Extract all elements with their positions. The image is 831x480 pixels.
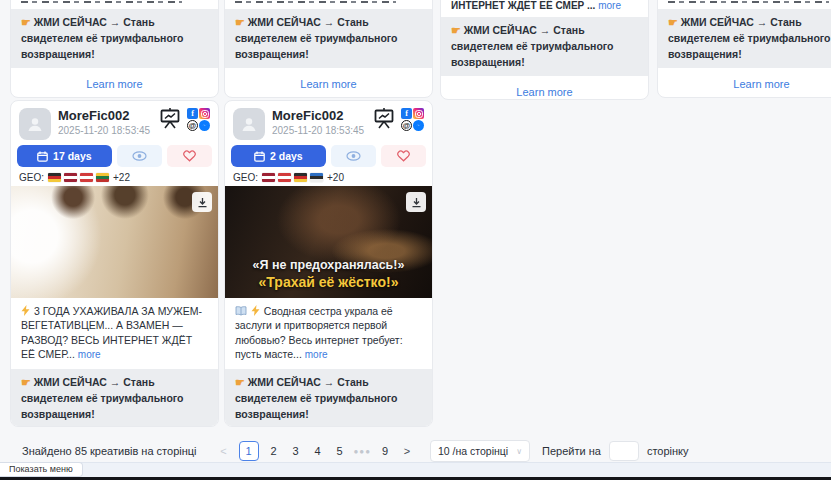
lightning-icon bbox=[21, 305, 30, 316]
clipped-text-remnant bbox=[235, 0, 422, 3]
clipped-text-remnant bbox=[21, 0, 208, 3]
ad-card-2: MoreFic002 2025-11-20 18:53:45 f @ 2 day… bbox=[224, 100, 433, 427]
pagination-bar: Знайдено 85 креативів на сторінці < 1 2 … bbox=[22, 440, 689, 462]
facebook-icon[interactable]: f bbox=[187, 108, 198, 119]
cta-text: ЖМИ СЕЙЧАС → Стань свидетелем её триумфа… bbox=[235, 16, 398, 60]
goto-page-input[interactable] bbox=[609, 441, 639, 461]
days-label: 2 days bbox=[270, 150, 303, 162]
page-button-last[interactable]: 9 bbox=[377, 445, 393, 457]
pointing-hand-icon: ☛ bbox=[235, 376, 245, 388]
cta-banner: ☛ ЖМИ СЕЙЧАС → Стань свидетелем её триум… bbox=[658, 9, 831, 68]
page-button-2[interactable]: 2 bbox=[266, 445, 282, 457]
per-page-select[interactable]: 10 /на сторінці∨ bbox=[430, 440, 530, 462]
cta-banner: ☛ ЖМИ СЕЙЧАС → Стань свидетелем её триум… bbox=[441, 17, 648, 76]
book-icon bbox=[235, 306, 247, 316]
geo-more-count: +20 bbox=[327, 172, 344, 183]
geo-label: GEO: bbox=[233, 172, 258, 183]
country-flag bbox=[96, 173, 109, 182]
country-flag bbox=[294, 173, 307, 182]
next-page-button[interactable]: > bbox=[399, 445, 415, 457]
favorite-button[interactable] bbox=[167, 145, 212, 167]
geo-flags bbox=[262, 173, 323, 182]
threads-icon[interactable]: @ bbox=[401, 120, 412, 131]
creative-overlay-text: «Я не предохранялась!» «Трахай её жёстко… bbox=[225, 258, 432, 290]
avatar bbox=[233, 108, 265, 140]
page-button-1[interactable]: 1 bbox=[239, 441, 259, 461]
pointing-hand-icon: ☛ bbox=[451, 24, 461, 36]
creative-image[interactable] bbox=[11, 186, 218, 298]
geo-label: GEO: bbox=[19, 172, 44, 183]
ad-card-1: MoreFic002 2025-11-20 18:53:45 f @ 17 da… bbox=[10, 100, 219, 427]
views-button[interactable] bbox=[117, 145, 162, 167]
heart-icon bbox=[397, 150, 410, 162]
ad-description-clipped: ИНТЕРНЕТ ЖДЁТ ЕЁ СМЕР ... more bbox=[451, 0, 638, 11]
heart-icon bbox=[183, 150, 196, 162]
learn-more-link[interactable]: Learn more bbox=[516, 86, 572, 98]
presentation-chart-icon[interactable] bbox=[373, 108, 395, 129]
chevron-down-icon: ∨ bbox=[516, 447, 522, 456]
days-active-button[interactable]: 17 days bbox=[17, 145, 112, 167]
cta-text: ЖМИ СЕЙЧАС → Стань свидетелем её триумфа… bbox=[451, 24, 614, 68]
lightning-icon bbox=[251, 305, 260, 316]
days-active-button[interactable]: 2 days bbox=[231, 145, 326, 167]
messenger-icon[interactable] bbox=[413, 120, 424, 131]
more-link[interactable]: more bbox=[598, 0, 621, 11]
clipped-text-remnant bbox=[668, 0, 831, 3]
show-menu-button[interactable]: Показать меню bbox=[0, 462, 83, 477]
country-flag bbox=[48, 173, 61, 182]
avatar bbox=[19, 108, 51, 140]
pointing-hand-icon: ☛ bbox=[21, 16, 31, 28]
cta-banner: ☛ ЖМИ СЕЙЧАС → Стань свидетелем её триум… bbox=[225, 9, 432, 68]
cta-text: ЖМИ СЕЙЧАС → Стань свидетелем её триумфа… bbox=[21, 16, 184, 60]
footer-strip bbox=[0, 462, 831, 477]
cta-banner: ☛ ЖМИ СЕЙЧАС → Стань свидетелем её триум… bbox=[11, 369, 218, 427]
learn-more-link[interactable]: Learn more bbox=[733, 78, 789, 90]
timestamp: 2025-11-20 18:53:45 bbox=[58, 125, 150, 136]
cta-banner: ☛ ЖМИ СЕЙЧАС → Стань свидетелем её триум… bbox=[225, 369, 432, 427]
cta-banner: ☛ ЖМИ СЕЙЧАС → Стань свидетелем её триум… bbox=[11, 9, 218, 68]
days-label: 17 days bbox=[53, 150, 92, 162]
ad-description: Сводная сестра украла её заслуги и притв… bbox=[225, 298, 432, 366]
more-link[interactable]: more bbox=[305, 349, 328, 360]
ad-card-partial-4: ☛ ЖМИ СЕЙЧАС → Стань свидетелем её триум… bbox=[657, 0, 831, 98]
download-image-button[interactable] bbox=[406, 192, 426, 212]
country-flag bbox=[80, 173, 93, 182]
goto-page-label: Перейти на bbox=[542, 445, 601, 457]
instagram-icon[interactable] bbox=[199, 108, 210, 119]
ad-card-partial-3: ИНТЕРНЕТ ЖДЁТ ЕЁ СМЕР ... more ☛ ЖМИ СЕЙ… bbox=[440, 0, 649, 100]
page-button-4[interactable]: 4 bbox=[310, 445, 326, 457]
jump-pages-ellipsis[interactable]: ●●● bbox=[354, 447, 372, 456]
country-flag bbox=[262, 173, 275, 182]
download-image-button[interactable] bbox=[192, 192, 212, 212]
learn-more-link[interactable]: Learn more bbox=[300, 78, 356, 90]
page-button-3[interactable]: 3 bbox=[288, 445, 304, 457]
presentation-chart-icon[interactable] bbox=[159, 108, 181, 129]
ad-description: 3 ГОДА УХАЖИВАЛА ЗА МУЖЕМ-ВЕГЕТАТИВЦЕМ..… bbox=[11, 298, 218, 366]
pointing-hand-icon: ☛ bbox=[235, 16, 245, 28]
favorite-button[interactable] bbox=[381, 145, 426, 167]
views-button[interactable] bbox=[331, 145, 376, 167]
geo-more-count: +22 bbox=[113, 172, 130, 183]
country-flag bbox=[64, 173, 77, 182]
more-link[interactable]: more bbox=[78, 349, 101, 360]
account-name: MoreFic002 bbox=[272, 108, 364, 123]
messenger-icon[interactable] bbox=[199, 120, 210, 131]
pointing-hand-icon: ☛ bbox=[668, 16, 678, 28]
creative-image[interactable]: «Я не предохранялась!» «Трахай её жёстко… bbox=[225, 186, 432, 298]
goto-page-suffix: сторінку bbox=[647, 445, 689, 457]
page-button-5[interactable]: 5 bbox=[332, 445, 348, 457]
ad-card-partial-2: ☛ ЖМИ СЕЙЧАС → Стань свидетелем её триум… bbox=[224, 0, 433, 98]
cta-text: ЖМИ СЕЙЧАС → Стань свидетелем её триумфа… bbox=[235, 376, 398, 420]
results-count: Знайдено 85 креативів на сторінці bbox=[22, 445, 197, 457]
prev-page-button[interactable]: < bbox=[216, 445, 232, 457]
account-name: MoreFic002 bbox=[58, 108, 150, 123]
cta-text: ЖМИ СЕЙЧАС → Стань свидетелем её триумфа… bbox=[668, 16, 831, 60]
threads-icon[interactable]: @ bbox=[187, 120, 198, 131]
country-flag bbox=[278, 173, 291, 182]
pointing-hand-icon: ☛ bbox=[21, 376, 31, 388]
instagram-icon[interactable] bbox=[413, 108, 424, 119]
creatives-spy-page: ☛ ЖМИ СЕЙЧАС → Стань свидетелем её триум… bbox=[0, 0, 831, 480]
learn-more-link[interactable]: Learn more bbox=[86, 78, 142, 90]
geo-flags bbox=[48, 173, 109, 182]
facebook-icon[interactable]: f bbox=[401, 108, 412, 119]
